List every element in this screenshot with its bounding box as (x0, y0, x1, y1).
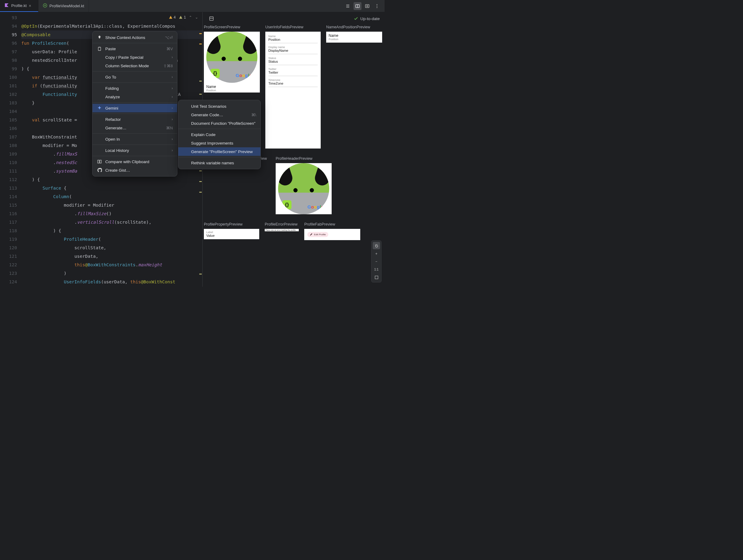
line-gutter: 9394959697989910010110210310410510610710… (0, 13, 21, 287)
tab-viewmodel[interactable]: ProfileViewModel.kt (38, 0, 89, 12)
preview-title: ProfileFabPreview (304, 222, 360, 226)
svg-rect-12 (98, 160, 99, 163)
zoom-fit-icon[interactable] (373, 273, 380, 281)
composable-icon (43, 3, 47, 9)
menu-item-column-selection-mode[interactable]: Column Selection Mode⇧⌘8 (92, 61, 177, 70)
menu-item-generate[interactable]: Generate…⌘N (92, 124, 177, 132)
menu-item-copy-paste-special[interactable]: Copy / Paste Special› (92, 53, 177, 61)
menu-item-paste[interactable]: Paste⌘V (92, 44, 177, 53)
preview-title: ProfilePropertyPreview (204, 222, 259, 226)
preview-title: ProfileScreenPreview (204, 25, 260, 29)
zoom-actual-icon[interactable]: 1:1 (373, 266, 380, 273)
menu-item-open-in[interactable]: Open In› (92, 135, 177, 143)
menu-item-unit-test-scenarios[interactable]: Unit Test Scenarios (178, 102, 260, 111)
svg-point-4 (367, 5, 368, 7)
svg-point-5 (377, 4, 378, 5)
preview-zoom-toolbar: ＋ － 1:1 (371, 241, 382, 283)
preview-frame-property[interactable]: Label Value (204, 229, 259, 239)
svg-point-7 (377, 7, 378, 8)
menu-item-suggest-improvements[interactable]: Suggest Improvements (178, 139, 260, 147)
tab-label: ProfileViewModel.kt (50, 4, 84, 8)
preview-title: NameAndPositionPreview (326, 25, 382, 29)
menu-item-refactor[interactable]: Refactor› (92, 115, 177, 124)
editor-context-menu: Show Context Actions⌥⏎Paste⌘VCopy / Past… (92, 31, 177, 176)
svg-rect-11 (99, 47, 100, 47)
svg-rect-13 (100, 160, 101, 163)
menu-item-folding[interactable]: Folding› (92, 84, 177, 92)
menu-item-go-to[interactable]: Go To› (92, 73, 177, 81)
tab-profile[interactable]: Profile.kt × (0, 0, 38, 12)
menu-item-generate-profilescreen-preview[interactable]: Generate "ProfileScreen" Preview (178, 147, 260, 156)
next-highlight-icon[interactable]: ⌄ (195, 15, 198, 19)
menu-item-generate-code[interactable]: Generate Code…⌘\ (178, 111, 260, 119)
menu-item-compare-with-clipboard[interactable]: Compare with Clipboard (92, 157, 177, 166)
preview-frame-userinfo[interactable]: NamePositionDisplay nameDisplayNameStatu… (265, 32, 321, 148)
kotlin-icon (4, 3, 9, 8)
svg-point-6 (377, 5, 378, 6)
preview-title: ProfileErrorPreview (265, 222, 299, 226)
svg-rect-8 (210, 17, 213, 20)
editor-tabbar: Profile.kt × ProfileViewModel.kt (0, 0, 385, 12)
tab-label: Profile.kt (11, 3, 27, 8)
preview-frame-profilescreen[interactable]: {}Google Name Position (204, 32, 260, 92)
menu-item-analyze[interactable]: Analyze› (92, 92, 177, 101)
more-icon[interactable] (373, 2, 381, 10)
zoom-out-icon[interactable]: － (373, 258, 380, 265)
close-icon[interactable]: × (29, 3, 34, 8)
preview-status: Up-to-date (354, 16, 380, 21)
menu-item-local-history[interactable]: Local History› (92, 146, 177, 155)
pan-icon[interactable] (373, 242, 380, 249)
layout-settings-icon[interactable] (208, 14, 215, 23)
preview-frame-namepos[interactable]: Name Position (326, 32, 382, 43)
toggle-split-icon[interactable] (354, 2, 361, 10)
menu-item-show-context-actions[interactable]: Show Context Actions⌥⏎ (92, 33, 177, 42)
prev-highlight-icon[interactable]: ⌃ (189, 15, 192, 19)
svg-point-1 (44, 5, 46, 6)
menu-item-explain-code[interactable]: Explain Code (178, 130, 260, 139)
preview-frame-fab[interactable]: Edit Profile (304, 229, 360, 240)
menu-item-document-function-profilescreen[interactable]: Document Function "ProfileScreen" (178, 119, 260, 128)
preview-frame-header[interactable]: {}Google (276, 163, 332, 214)
warning-count: 4 (174, 15, 176, 19)
menu-item-gemini[interactable]: Gemini› (92, 104, 177, 112)
gemini-submenu: Unit Test ScenariosGenerate Code…⌘\Docum… (178, 100, 261, 169)
menu-item-create-gist[interactable]: Create Gist… (92, 166, 177, 174)
preview-title: UserInfoFieldsPreview (265, 25, 321, 29)
preview-title: ProfileHeaderPreview (276, 157, 332, 161)
preview-frame-error[interactable]: There was an error loading the profile (265, 229, 299, 231)
toggle-editor-only-icon[interactable] (344, 2, 352, 10)
inspections-widget[interactable]: 4 1 ⌃ ⌄ (169, 15, 198, 19)
svg-rect-9 (375, 276, 378, 279)
svg-rect-10 (98, 47, 101, 50)
toggle-preview-only-icon[interactable] (363, 2, 371, 10)
menu-item-rethink-variable-names[interactable]: Rethink variable names (178, 159, 260, 167)
svg-rect-3 (365, 5, 369, 8)
zoom-in-icon[interactable]: ＋ (373, 250, 380, 257)
weak-warning-count: 1 (184, 15, 186, 19)
